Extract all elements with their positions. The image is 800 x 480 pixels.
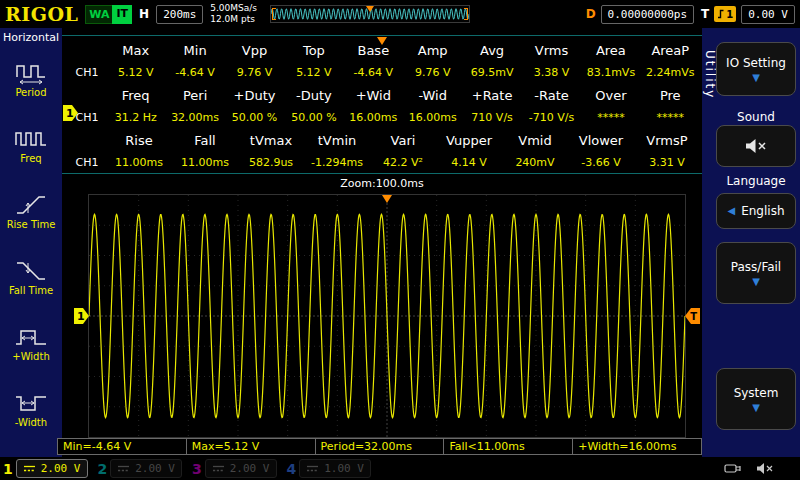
measure-value-cell: 11.00ms — [106, 156, 172, 169]
menu-item-period[interactable]: Period — [0, 46, 62, 112]
measure-header-cell: +Wid — [344, 88, 403, 103]
trigger-source-badge[interactable]: 1 — [714, 6, 736, 22]
menu-item-minus-width[interactable]: -Width — [0, 376, 62, 442]
freq-icon — [14, 126, 48, 152]
waveform-preview[interactable] — [270, 5, 470, 23]
measure-header-cell: -Wid — [403, 88, 462, 103]
measure-value-cell: 50.00 % — [284, 111, 343, 124]
zoom-window — [88, 194, 686, 438]
measure-header-cell: Pre — [641, 88, 700, 103]
menu-item-plus-width[interactable]: +Width — [0, 310, 62, 376]
measure-header-cell: Amp — [403, 43, 462, 58]
measure-value-cell: 16.00ms — [344, 111, 403, 124]
timebase-value[interactable]: 200ms — [156, 5, 203, 24]
status-text-right: IT — [112, 5, 132, 24]
rigol-logo: RIGOL — [5, 3, 78, 25]
io-setting-button[interactable]: IO Setting ▼ — [716, 42, 796, 96]
dc-coupling-icon — [306, 464, 319, 473]
rising-edge-icon — [717, 9, 725, 19]
rise-time-icon — [14, 192, 48, 218]
measure-header-cell: Over — [581, 88, 640, 103]
preview-trigger-marker — [366, 6, 374, 12]
measure-value-cell: 32.00ms — [165, 111, 224, 124]
measure-header-cell: Base — [344, 43, 403, 58]
measure-header-cell: +Rate — [462, 88, 521, 103]
measure-header-row: FreqPeri+Duty-Duty+Wid-Wid+Rate-RateOver… — [68, 84, 700, 106]
measure-header-cell: Rise — [106, 133, 172, 148]
measure-value-row: CH15.12 V-4.64 V9.76 V5.12 V-4.64 V9.76 … — [68, 61, 700, 83]
menu-item-rise-time[interactable]: Rise Time — [0, 178, 62, 244]
measure-value-cell: 31.2 Hz — [106, 111, 165, 124]
delay-label: D — [586, 7, 596, 21]
plus-width-icon — [14, 324, 48, 350]
trigger-position-marker-zoom[interactable] — [382, 195, 392, 203]
measure-value-cell: 50.00 % — [225, 111, 284, 124]
measure-header-cell: Avg — [462, 43, 521, 58]
acquisition-info: 5.00MSa/s 12.0M pts — [210, 3, 257, 26]
measure-header-cell: Min — [165, 43, 224, 58]
measure-header-cell: -Duty — [284, 88, 343, 103]
measure-header-cell: VrmsP — [634, 133, 700, 148]
menu-tab-utility: Utility — [703, 50, 717, 99]
dc-coupling-icon — [117, 464, 130, 473]
channel-4-button[interactable]: 41.00 V — [287, 459, 372, 479]
measure-header-cell: tVmax — [238, 133, 304, 148]
readouts: Min=-4.64 VMax=5.12 VPeriod=32.00msFall<… — [58, 438, 702, 455]
trigger-group: T 1 0.00 V — [701, 5, 795, 24]
zoom-waveform — [89, 195, 685, 437]
dc-coupling-icon — [212, 464, 225, 473]
dc-coupling-icon — [23, 464, 36, 473]
pass-fail-label: Pass/Fail — [731, 260, 781, 274]
system-button[interactable]: System ▼ — [716, 368, 796, 430]
channel-scale: 1.00 V — [324, 462, 364, 475]
measurement-readout: Period=32.00ms — [315, 438, 445, 455]
channel-number: 2 — [98, 461, 108, 477]
measurement-readout: Max=5.12 V — [186, 438, 316, 455]
status-text-left: WA — [85, 5, 112, 24]
measure-value-cell: -3.66 V — [568, 156, 634, 169]
channel-number: 3 — [192, 461, 202, 477]
measure-header-cell: Vupper — [436, 133, 502, 148]
measure-value-cell: ***** — [581, 111, 640, 124]
measure-value-cell: 69.5mV — [462, 66, 521, 79]
menu-item-fall-time[interactable]: Fall Time — [0, 244, 62, 310]
delay-value[interactable]: 0.00000000ps — [601, 5, 694, 24]
channel-number: 4 — [287, 461, 297, 477]
measure-header-cell: Vpp — [225, 43, 284, 58]
measure-panel: MaxMinVppTopBaseAmpAvgVrmsAreaAreaPCH15.… — [62, 35, 702, 174]
channel-2-button[interactable]: 22.00 V — [98, 459, 183, 479]
channel-1-button[interactable]: 12.00 V — [3, 459, 88, 479]
measure-header-cell: Top — [284, 43, 343, 58]
trigger-label: T — [701, 7, 709, 21]
measure-header-cell: Vari — [370, 133, 436, 148]
channel-scale: 2.00 V — [230, 462, 270, 475]
menu-item-freq[interactable]: Freq — [0, 112, 62, 178]
measurement-readout: +Width=16.00ms — [572, 438, 702, 455]
language-button[interactable]: ◀ English — [716, 193, 796, 229]
measure-header-cell: Vrms — [522, 43, 581, 58]
io-setting-label: IO Setting — [726, 56, 786, 70]
trigger-position-marker-main[interactable] — [377, 37, 387, 45]
measure-value-cell: ***** — [641, 111, 700, 124]
measure-value-cell: 5.12 V — [284, 66, 343, 79]
menu-item-label: Period — [15, 88, 46, 99]
right-menu: Utility IO Setting ▼ Sound Language ◀ En… — [702, 28, 800, 480]
pass-fail-button[interactable]: Pass/Fail ▼ — [716, 242, 796, 304]
measure-table: MaxMinVppTopBaseAmpAvgVrmsAreaAreaPCH15.… — [68, 39, 700, 173]
channel-3-button[interactable]: 32.00 V — [192, 459, 277, 479]
sample-rate: 5.00MSa/s — [210, 3, 257, 14]
trigger-level-value[interactable]: 0.00 V — [741, 5, 795, 24]
measure-value-cell: 5.12 V — [106, 66, 165, 79]
measure-value-cell: -710 V/s — [522, 111, 581, 124]
channel-settings-box: 2.00 V — [16, 459, 88, 478]
measure-header-cell: tVmin — [304, 133, 370, 148]
sound-button[interactable] — [716, 125, 796, 167]
measure-header-cell: Vlower — [568, 133, 634, 148]
chevron-down-icon: ▼ — [752, 403, 760, 413]
sound-label: Sound — [716, 110, 796, 124]
measure-value-cell: 710 V/s — [462, 111, 521, 124]
fall-time-icon — [14, 258, 48, 284]
memory-depth: 12.0M pts — [210, 14, 257, 25]
measure-value-cell: 2.24mVs — [641, 66, 700, 79]
measure-header-cell: Fall — [172, 133, 238, 148]
